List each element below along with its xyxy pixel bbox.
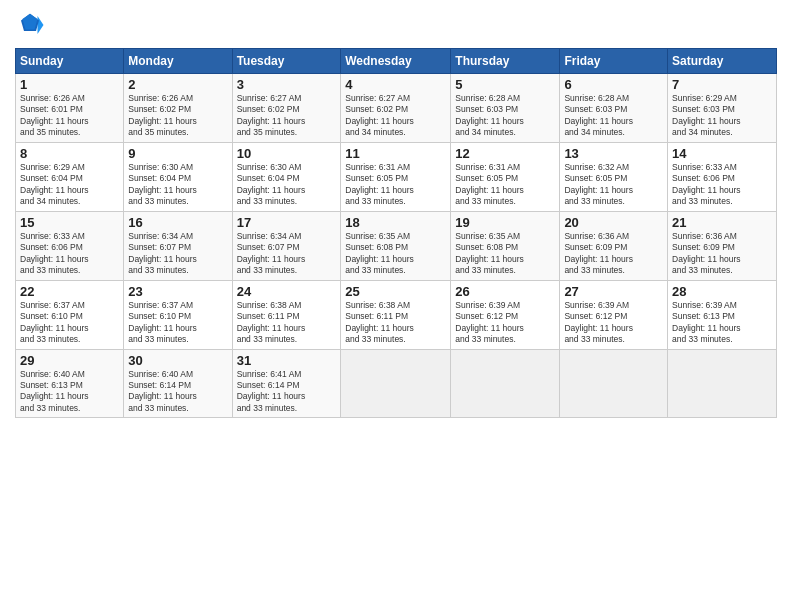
day-info: Sunrise: 6:41 AM Sunset: 6:14 PM Dayligh… xyxy=(237,369,337,415)
calendar-cell: 26Sunrise: 6:39 AM Sunset: 6:12 PM Dayli… xyxy=(451,280,560,349)
weekday-row: SundayMondayTuesdayWednesdayThursdayFrid… xyxy=(16,49,777,74)
calendar-cell xyxy=(668,349,777,418)
day-info: Sunrise: 6:26 AM Sunset: 6:01 PM Dayligh… xyxy=(20,93,119,139)
calendar-cell xyxy=(451,349,560,418)
weekday-header: Wednesday xyxy=(341,49,451,74)
day-info: Sunrise: 6:33 AM Sunset: 6:06 PM Dayligh… xyxy=(20,231,119,277)
day-number: 6 xyxy=(564,77,663,92)
weekday-header: Thursday xyxy=(451,49,560,74)
calendar-cell: 13Sunrise: 6:32 AM Sunset: 6:05 PM Dayli… xyxy=(560,142,668,211)
calendar-cell: 4Sunrise: 6:27 AM Sunset: 6:02 PM Daylig… xyxy=(341,74,451,143)
day-number: 9 xyxy=(128,146,227,161)
day-number: 31 xyxy=(237,353,337,368)
day-number: 23 xyxy=(128,284,227,299)
day-info: Sunrise: 6:26 AM Sunset: 6:02 PM Dayligh… xyxy=(128,93,227,139)
calendar-week-row: 15Sunrise: 6:33 AM Sunset: 6:06 PM Dayli… xyxy=(16,211,777,280)
day-info: Sunrise: 6:34 AM Sunset: 6:07 PM Dayligh… xyxy=(237,231,337,277)
day-info: Sunrise: 6:36 AM Sunset: 6:09 PM Dayligh… xyxy=(564,231,663,277)
day-number: 8 xyxy=(20,146,119,161)
calendar-cell xyxy=(560,349,668,418)
weekday-header: Sunday xyxy=(16,49,124,74)
day-info: Sunrise: 6:36 AM Sunset: 6:09 PM Dayligh… xyxy=(672,231,772,277)
day-number: 16 xyxy=(128,215,227,230)
weekday-header: Tuesday xyxy=(232,49,341,74)
day-number: 30 xyxy=(128,353,227,368)
calendar-cell: 24Sunrise: 6:38 AM Sunset: 6:11 PM Dayli… xyxy=(232,280,341,349)
day-info: Sunrise: 6:31 AM Sunset: 6:05 PM Dayligh… xyxy=(345,162,446,208)
day-info: Sunrise: 6:35 AM Sunset: 6:08 PM Dayligh… xyxy=(345,231,446,277)
day-info: Sunrise: 6:38 AM Sunset: 6:11 PM Dayligh… xyxy=(237,300,337,346)
calendar-cell: 27Sunrise: 6:39 AM Sunset: 6:12 PM Dayli… xyxy=(560,280,668,349)
calendar-cell: 16Sunrise: 6:34 AM Sunset: 6:07 PM Dayli… xyxy=(124,211,232,280)
calendar-cell: 21Sunrise: 6:36 AM Sunset: 6:09 PM Dayli… xyxy=(668,211,777,280)
day-number: 28 xyxy=(672,284,772,299)
logo-icon xyxy=(15,10,45,40)
day-number: 4 xyxy=(345,77,446,92)
day-number: 25 xyxy=(345,284,446,299)
day-info: Sunrise: 6:30 AM Sunset: 6:04 PM Dayligh… xyxy=(237,162,337,208)
day-number: 5 xyxy=(455,77,555,92)
day-info: Sunrise: 6:32 AM Sunset: 6:05 PM Dayligh… xyxy=(564,162,663,208)
calendar-cell: 1Sunrise: 6:26 AM Sunset: 6:01 PM Daylig… xyxy=(16,74,124,143)
day-info: Sunrise: 6:38 AM Sunset: 6:11 PM Dayligh… xyxy=(345,300,446,346)
day-number: 19 xyxy=(455,215,555,230)
weekday-header: Friday xyxy=(560,49,668,74)
svg-marker-0 xyxy=(38,16,44,34)
calendar-cell: 20Sunrise: 6:36 AM Sunset: 6:09 PM Dayli… xyxy=(560,211,668,280)
day-number: 24 xyxy=(237,284,337,299)
calendar-cell: 15Sunrise: 6:33 AM Sunset: 6:06 PM Dayli… xyxy=(16,211,124,280)
calendar-cell: 5Sunrise: 6:28 AM Sunset: 6:03 PM Daylig… xyxy=(451,74,560,143)
day-info: Sunrise: 6:29 AM Sunset: 6:03 PM Dayligh… xyxy=(672,93,772,139)
calendar-cell: 8Sunrise: 6:29 AM Sunset: 6:04 PM Daylig… xyxy=(16,142,124,211)
calendar-cell: 29Sunrise: 6:40 AM Sunset: 6:13 PM Dayli… xyxy=(16,349,124,418)
calendar-cell: 7Sunrise: 6:29 AM Sunset: 6:03 PM Daylig… xyxy=(668,74,777,143)
day-info: Sunrise: 6:33 AM Sunset: 6:06 PM Dayligh… xyxy=(672,162,772,208)
day-number: 21 xyxy=(672,215,772,230)
calendar-cell: 3Sunrise: 6:27 AM Sunset: 6:02 PM Daylig… xyxy=(232,74,341,143)
calendar-cell: 28Sunrise: 6:39 AM Sunset: 6:13 PM Dayli… xyxy=(668,280,777,349)
day-info: Sunrise: 6:27 AM Sunset: 6:02 PM Dayligh… xyxy=(345,93,446,139)
day-number: 13 xyxy=(564,146,663,161)
day-info: Sunrise: 6:39 AM Sunset: 6:13 PM Dayligh… xyxy=(672,300,772,346)
calendar-cell xyxy=(341,349,451,418)
calendar-cell: 30Sunrise: 6:40 AM Sunset: 6:14 PM Dayli… xyxy=(124,349,232,418)
weekday-header: Saturday xyxy=(668,49,777,74)
calendar-body: 1Sunrise: 6:26 AM Sunset: 6:01 PM Daylig… xyxy=(16,74,777,418)
day-info: Sunrise: 6:37 AM Sunset: 6:10 PM Dayligh… xyxy=(20,300,119,346)
day-info: Sunrise: 6:27 AM Sunset: 6:02 PM Dayligh… xyxy=(237,93,337,139)
day-number: 15 xyxy=(20,215,119,230)
day-info: Sunrise: 6:40 AM Sunset: 6:13 PM Dayligh… xyxy=(20,369,119,415)
day-info: Sunrise: 6:39 AM Sunset: 6:12 PM Dayligh… xyxy=(455,300,555,346)
calendar-cell: 19Sunrise: 6:35 AM Sunset: 6:08 PM Dayli… xyxy=(451,211,560,280)
day-number: 22 xyxy=(20,284,119,299)
day-info: Sunrise: 6:28 AM Sunset: 6:03 PM Dayligh… xyxy=(455,93,555,139)
day-info: Sunrise: 6:40 AM Sunset: 6:14 PM Dayligh… xyxy=(128,369,227,415)
calendar-cell: 18Sunrise: 6:35 AM Sunset: 6:08 PM Dayli… xyxy=(341,211,451,280)
day-number: 27 xyxy=(564,284,663,299)
calendar-cell: 14Sunrise: 6:33 AM Sunset: 6:06 PM Dayli… xyxy=(668,142,777,211)
calendar-cell: 2Sunrise: 6:26 AM Sunset: 6:02 PM Daylig… xyxy=(124,74,232,143)
calendar: SundayMondayTuesdayWednesdayThursdayFrid… xyxy=(15,48,777,418)
calendar-week-row: 22Sunrise: 6:37 AM Sunset: 6:10 PM Dayli… xyxy=(16,280,777,349)
day-number: 18 xyxy=(345,215,446,230)
day-info: Sunrise: 6:28 AM Sunset: 6:03 PM Dayligh… xyxy=(564,93,663,139)
calendar-cell: 17Sunrise: 6:34 AM Sunset: 6:07 PM Dayli… xyxy=(232,211,341,280)
calendar-cell: 9Sunrise: 6:30 AM Sunset: 6:04 PM Daylig… xyxy=(124,142,232,211)
header xyxy=(15,10,777,40)
day-info: Sunrise: 6:39 AM Sunset: 6:12 PM Dayligh… xyxy=(564,300,663,346)
day-number: 17 xyxy=(237,215,337,230)
day-number: 29 xyxy=(20,353,119,368)
day-number: 14 xyxy=(672,146,772,161)
calendar-header: SundayMondayTuesdayWednesdayThursdayFrid… xyxy=(16,49,777,74)
day-number: 26 xyxy=(455,284,555,299)
day-number: 3 xyxy=(237,77,337,92)
day-info: Sunrise: 6:34 AM Sunset: 6:07 PM Dayligh… xyxy=(128,231,227,277)
day-number: 1 xyxy=(20,77,119,92)
calendar-cell: 10Sunrise: 6:30 AM Sunset: 6:04 PM Dayli… xyxy=(232,142,341,211)
calendar-week-row: 29Sunrise: 6:40 AM Sunset: 6:13 PM Dayli… xyxy=(16,349,777,418)
calendar-cell: 31Sunrise: 6:41 AM Sunset: 6:14 PM Dayli… xyxy=(232,349,341,418)
calendar-cell: 12Sunrise: 6:31 AM Sunset: 6:05 PM Dayli… xyxy=(451,142,560,211)
calendar-week-row: 8Sunrise: 6:29 AM Sunset: 6:04 PM Daylig… xyxy=(16,142,777,211)
calendar-cell: 23Sunrise: 6:37 AM Sunset: 6:10 PM Dayli… xyxy=(124,280,232,349)
calendar-cell: 6Sunrise: 6:28 AM Sunset: 6:03 PM Daylig… xyxy=(560,74,668,143)
